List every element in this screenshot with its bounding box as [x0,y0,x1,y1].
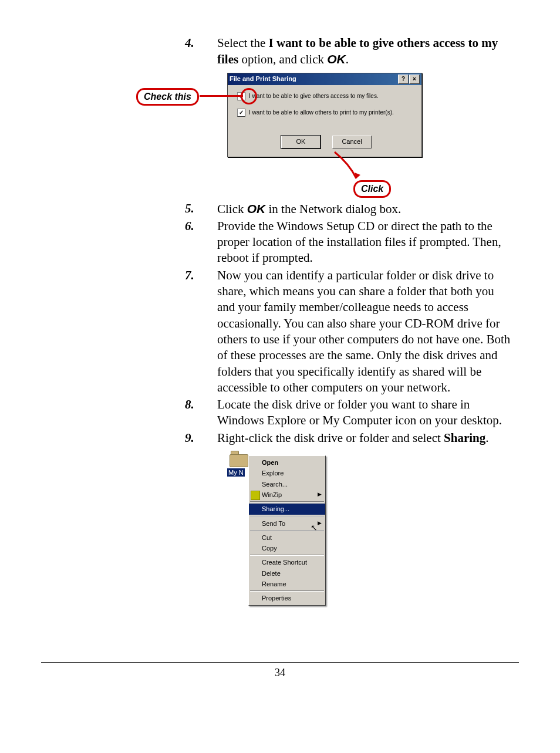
step-number: 6. [41,218,217,234]
menu-cut[interactable]: Cut [249,532,325,543]
context-menu-figure: My N Open Explore Search... WinZip ▶ Sha… [41,451,519,644]
menu-winzip[interactable]: WinZip ▶ [249,489,325,500]
menu-separator [250,501,324,502]
menu-rename[interactable]: Rename [249,579,325,589]
step-text: Right-click the disk drive or folder and… [217,430,519,446]
step-number: 4. [41,35,217,51]
step-8: 8. Locate the disk drive or folder you w… [41,397,519,429]
step-text: Locate the disk drive or folder you want… [217,397,519,429]
submenu-arrow-icon: ▶ [318,491,322,498]
step-9: 9. Right-click the disk drive or folder … [41,430,519,446]
step-number: 8. [41,397,217,413]
step-text: Select the I want to be able to give oth… [217,35,519,68]
menu-separator [250,590,324,592]
step-text: Provide the Windows Setup CD or direct t… [217,218,519,266]
ok-button[interactable]: OK [281,136,321,148]
callout-check-this: Check this [136,88,199,106]
dialog-titlebar: File and Print Sharing ? × [228,73,421,85]
callout-click: Click [353,180,391,198]
submenu-arrow-icon: ▶ [318,520,322,527]
menu-sharing[interactable]: Sharing... [249,504,325,514]
step-6: 6. Provide the Windows Setup CD or direc… [41,218,519,266]
step-number: 9. [41,430,217,446]
page-number: 34 [275,667,285,678]
menu-search[interactable]: Search... [249,479,325,489]
step-5: 5. Click OK in the Network dialog box. [41,201,519,217]
folder-label: My N [227,468,245,477]
file-print-sharing-dialog: File and Print Sharing ? × ✓ I want to b… [227,73,422,157]
menu-separator [250,516,324,517]
step-4: 4. Select the I want to be able to give … [41,35,519,68]
callout-arrow [332,149,367,184]
file-print-sharing-figure: File and Print Sharing ? × ✓ I want to b… [41,73,519,196]
menu-separator [250,555,324,556]
step-7: 7. Now you can identify a particular fol… [41,268,519,396]
menu-open[interactable]: Open [249,457,325,468]
menu-delete[interactable]: Delete [249,568,325,579]
step-number: 5. [41,201,217,217]
option-share-printers[interactable]: ✓ I want to be able to allow others to p… [237,109,416,117]
step-number: 7. [41,268,217,283]
cancel-button[interactable]: Cancel [332,136,372,148]
callout-ring [241,88,257,104]
menu-create-shortcut[interactable]: Create Shortcut [249,557,325,568]
help-button[interactable]: ? [398,75,409,84]
menu-copy[interactable]: Copy [249,543,325,553]
close-button[interactable]: × [409,75,420,84]
winzip-icon [251,491,260,500]
dialog-title: File and Print Sharing [230,75,397,83]
step-text: Click OK in the Network dialog box. [217,201,519,217]
folder-icon[interactable] [230,451,247,465]
checkbox-icon: ✓ [237,109,245,117]
menu-properties[interactable]: Properties [249,593,325,603]
callout-line [200,95,243,97]
option-share-files[interactable]: ✓ I want to be able to give others acces… [237,92,416,100]
page-footer: 34 [41,662,519,680]
menu-explore[interactable]: Explore [249,468,325,478]
step-text: Now you can identify a particular folder… [217,268,519,396]
cursor-icon: ↖ [311,522,318,533]
